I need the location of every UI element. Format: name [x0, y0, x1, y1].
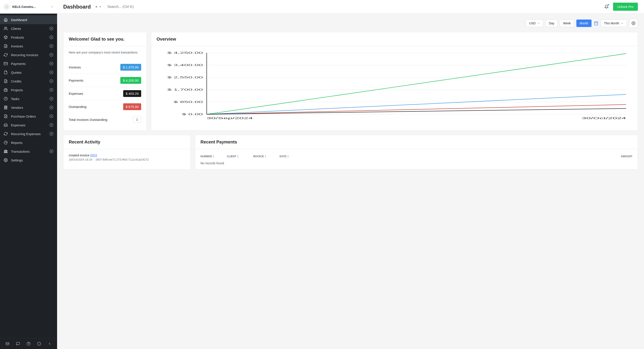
welcome-title: Welcome! Glad to see you.: [69, 37, 141, 42]
mail-icon[interactable]: [5, 342, 10, 346]
column-number[interactable]: NUMBER▲▼: [200, 155, 227, 158]
sidebar-item-projects[interactable]: Projects: [0, 85, 57, 94]
help-icon[interactable]: [26, 342, 31, 346]
add-icon[interactable]: [49, 79, 54, 83]
svg-text:$ 0.00: $ 0.00: [182, 113, 203, 116]
sort-icon: ▲▼: [287, 155, 289, 158]
stat-value: $ 675.00: [123, 103, 141, 110]
sidebar-item-invoices[interactable]: Invoices: [0, 42, 57, 50]
period-label: This Month: [604, 21, 619, 25]
add-icon[interactable]: [49, 149, 54, 154]
add-icon[interactable]: [49, 61, 54, 66]
currency-label: USD: [529, 21, 536, 25]
add-icon[interactable]: [49, 132, 54, 136]
column-client[interactable]: CLIENT▲▼: [227, 155, 253, 158]
company-switcher[interactable]: ◯ KELS Constru...: [0, 0, 57, 13]
calendar-icon[interactable]: [594, 21, 598, 26]
add-icon[interactable]: [49, 53, 54, 57]
stat-label: Expenses: [69, 92, 83, 95]
building-icon: [4, 105, 8, 110]
add-icon[interactable]: [49, 105, 54, 110]
svg-text:30/Sep/2024: 30/Sep/2024: [206, 116, 253, 120]
sidebar-item-label: Vendors: [11, 106, 49, 109]
range-month[interactable]: Month: [576, 19, 592, 27]
total-outstanding-count: 1: [133, 116, 141, 123]
sort-icon: ▲▼: [213, 155, 214, 158]
settings-button[interactable]: [629, 19, 638, 28]
activity-meta: 16/Oct/2024 16:28 2607:fb90:ee71:273:f46…: [69, 158, 185, 161]
add-icon[interactable]: [49, 123, 54, 127]
add-icon[interactable]: [49, 44, 54, 48]
add-icon[interactable]: [49, 35, 54, 39]
column-invoice[interactable]: INVOICE▲▼: [253, 155, 280, 158]
svg-line-92: [206, 53, 626, 114]
range-week[interactable]: Week: [560, 19, 574, 27]
stat-value: $ 4,200.00: [120, 77, 141, 84]
svg-rect-58: [6, 151, 6, 152]
range-day[interactable]: Day: [546, 19, 558, 27]
sidebar-item-label: Settings: [11, 158, 54, 162]
unlock-pro-button[interactable]: Unlock Pro: [613, 3, 638, 11]
sidebar-item-label: Transactions: [11, 150, 49, 153]
collapse-icon[interactable]: [48, 342, 52, 346]
filter-bar: USD DayWeekMonth This Month: [63, 19, 638, 28]
topbar: Dashboard Unlock Pro: [57, 0, 644, 13]
sidebar-item-recurring-expenses[interactable]: Recurring Expenses: [0, 129, 57, 138]
sidebar-item-label: Credits: [11, 79, 49, 83]
sidebar-item-dashboard[interactable]: Dashboard: [0, 15, 57, 24]
sidebar-item-tasks[interactable]: Tasks: [0, 94, 57, 103]
column-date[interactable]: DATE▲▼: [280, 155, 304, 158]
plus-icon: [95, 5, 98, 8]
activity-invoice-link[interactable]: 0003: [90, 154, 97, 157]
svg-text:$ 3,400.00: $ 3,400.00: [167, 64, 203, 66]
svg-text:$ 850.00: $ 850.00: [174, 100, 203, 103]
add-icon[interactable]: [49, 96, 54, 101]
add-icon[interactable]: [49, 26, 54, 31]
svg-point-64: [5, 160, 6, 161]
sidebar-item-transactions[interactable]: Transactions: [0, 147, 57, 156]
stat-label: Payments: [69, 78, 84, 82]
svg-point-78: [633, 23, 634, 24]
sidebar-item-products[interactable]: Products: [0, 33, 57, 42]
info-icon[interactable]: [37, 342, 41, 346]
sidebar-item-expenses[interactable]: Expenses: [0, 121, 57, 129]
bank-icon: [4, 149, 8, 154]
svg-text:$ 2,550.00: $ 2,550.00: [167, 76, 203, 79]
sidebar-item-label: Recurring Invoices: [11, 53, 49, 57]
sidebar-item-payments[interactable]: Payments: [0, 59, 57, 68]
notifications-button[interactable]: [604, 4, 609, 9]
stat-row-expenses: Expenses $ 403.29: [69, 87, 141, 100]
column-amount[interactable]: AMOUNT: [304, 155, 632, 158]
svg-rect-60: [4, 152, 8, 153]
sidebar-item-settings[interactable]: Settings: [0, 156, 57, 165]
add-button[interactable]: [95, 5, 101, 8]
sidebar-item-label: Quotes: [11, 71, 49, 74]
stat-row-invoices: Invoices $ 1,375.00: [69, 61, 141, 74]
sidebar-item-quotes[interactable]: Quotes: [0, 68, 57, 77]
search-input[interactable]: [107, 5, 604, 9]
chat-icon[interactable]: [16, 342, 20, 346]
sidebar-item-label: Products: [11, 35, 49, 39]
sidebar-item-recurring-invoices[interactable]: Recurring Invoices: [0, 50, 57, 59]
refresh-icon: [4, 53, 8, 57]
sidebar-item-purchase-orders[interactable]: Purchase Orders: [0, 112, 57, 121]
sidebar-item-vendors[interactable]: Vendors: [0, 103, 57, 112]
sidebar-item-label: Payments: [11, 62, 49, 66]
caret-down-icon: [99, 6, 101, 8]
sidebar-item-credits[interactable]: Credits: [0, 77, 57, 85]
sidebar-item-clients[interactable]: Clients: [0, 24, 57, 33]
sidebar-item-reports[interactable]: Reports: [0, 138, 57, 147]
sidebar-item-label: Recurring Expenses: [11, 132, 49, 136]
stat-label: Outstanding: [69, 105, 86, 109]
add-icon[interactable]: [49, 70, 54, 75]
gear-icon: [632, 21, 636, 25]
currency-select[interactable]: USD: [526, 19, 544, 27]
add-icon[interactable]: [49, 88, 54, 92]
sidebar-item-label: Clients: [11, 27, 49, 30]
add-icon[interactable]: [49, 114, 54, 118]
file-text-icon: [4, 44, 8, 48]
welcome-subtext: Here are your company's most recent tran…: [69, 51, 141, 54]
svg-rect-59: [6, 151, 7, 152]
period-select[interactable]: This Month: [601, 19, 627, 27]
stat-value: $ 403.29: [123, 90, 141, 97]
